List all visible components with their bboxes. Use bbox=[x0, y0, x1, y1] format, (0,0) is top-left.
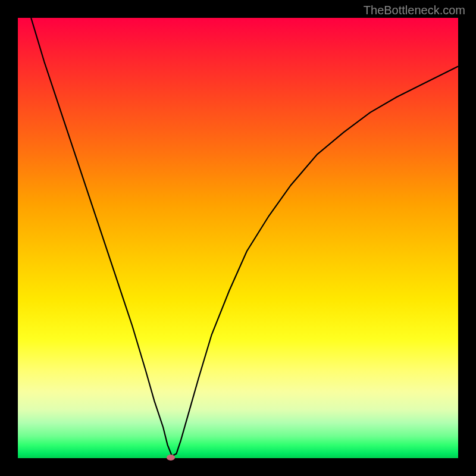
plot-area bbox=[18, 18, 458, 458]
watermark-text: TheBottleneck.com bbox=[364, 4, 465, 17]
minimum-marker bbox=[167, 455, 175, 461]
chart-container: TheBottleneck.com bbox=[0, 0, 476, 476]
bottleneck-curve bbox=[18, 18, 458, 458]
